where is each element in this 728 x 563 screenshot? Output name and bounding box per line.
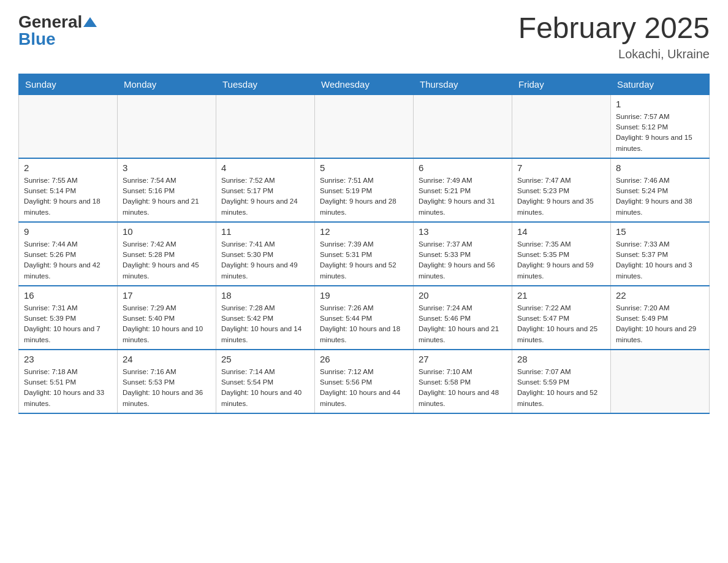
calendar-day-cell <box>19 94 118 158</box>
day-info: Sunrise: 7:24 AMSunset: 5:46 PMDaylight:… <box>419 303 507 345</box>
day-number: 13 <box>419 226 507 237</box>
day-number: 4 <box>221 163 309 173</box>
calendar-week-row: 1Sunrise: 7:57 AMSunset: 5:12 PMDaylight… <box>19 94 710 158</box>
calendar-day-header: Saturday <box>611 74 710 94</box>
calendar-day-cell: 24Sunrise: 7:16 AMSunset: 5:53 PMDayligh… <box>118 350 216 413</box>
day-number: 15 <box>616 226 704 237</box>
calendar-day-cell <box>315 94 414 158</box>
calendar-week-row: 23Sunrise: 7:18 AMSunset: 5:51 PMDayligh… <box>19 350 710 413</box>
calendar-day-cell: 7Sunrise: 7:47 AMSunset: 5:23 PMDaylight… <box>512 158 611 222</box>
calendar-day-cell: 13Sunrise: 7:37 AMSunset: 5:33 PMDayligh… <box>414 222 512 286</box>
calendar-day-cell: 8Sunrise: 7:46 AMSunset: 5:24 PMDaylight… <box>611 158 710 222</box>
calendar-day-cell <box>216 94 315 158</box>
calendar-day-cell: 15Sunrise: 7:33 AMSunset: 5:37 PMDayligh… <box>611 222 710 286</box>
day-info: Sunrise: 7:26 AMSunset: 5:44 PMDaylight:… <box>320 303 408 345</box>
day-info: Sunrise: 7:35 AMSunset: 5:35 PMDaylight:… <box>517 239 605 282</box>
calendar-day-cell: 20Sunrise: 7:24 AMSunset: 5:46 PMDayligh… <box>414 286 512 350</box>
day-info: Sunrise: 7:20 AMSunset: 5:49 PMDaylight:… <box>616 303 704 345</box>
day-info: Sunrise: 7:42 AMSunset: 5:28 PMDaylight:… <box>123 239 211 282</box>
calendar-day-cell: 6Sunrise: 7:49 AMSunset: 5:21 PMDaylight… <box>414 158 512 222</box>
title-section: February 2025 Lokachi, Ukraine <box>518 12 710 61</box>
day-number: 7 <box>517 163 605 173</box>
calendar-day-cell: 12Sunrise: 7:39 AMSunset: 5:31 PMDayligh… <box>315 222 414 286</box>
calendar-day-cell <box>118 94 216 158</box>
calendar-week-row: 2Sunrise: 7:55 AMSunset: 5:14 PMDaylight… <box>19 158 710 222</box>
day-info: Sunrise: 7:39 AMSunset: 5:31 PMDaylight:… <box>320 239 408 282</box>
logo-blue-text: Blue <box>18 29 56 49</box>
day-number: 28 <box>517 354 605 364</box>
page-header: General Blue February 2025 Lokachi, Ukra… <box>18 12 710 61</box>
day-info: Sunrise: 7:51 AMSunset: 5:19 PMDaylight:… <box>320 175 408 218</box>
day-info: Sunrise: 7:18 AMSunset: 5:51 PMDaylight:… <box>24 367 112 409</box>
calendar-day-cell: 16Sunrise: 7:31 AMSunset: 5:39 PMDayligh… <box>19 286 118 350</box>
day-number: 27 <box>419 354 507 364</box>
day-info: Sunrise: 7:28 AMSunset: 5:42 PMDaylight:… <box>221 303 309 345</box>
calendar-day-header: Monday <box>118 74 216 94</box>
day-number: 23 <box>24 354 112 364</box>
calendar-day-header: Wednesday <box>315 74 414 94</box>
day-number: 24 <box>123 354 211 364</box>
day-info: Sunrise: 7:22 AMSunset: 5:47 PMDaylight:… <box>517 303 605 345</box>
month-title: February 2025 <box>518 12 710 45</box>
day-number: 14 <box>517 226 605 237</box>
calendar-day-cell: 14Sunrise: 7:35 AMSunset: 5:35 PMDayligh… <box>512 222 611 286</box>
calendar-day-cell: 27Sunrise: 7:10 AMSunset: 5:58 PMDayligh… <box>414 350 512 413</box>
calendar-day-cell: 17Sunrise: 7:29 AMSunset: 5:40 PMDayligh… <box>118 286 216 350</box>
day-info: Sunrise: 7:57 AMSunset: 5:12 PMDaylight:… <box>616 112 704 154</box>
day-info: Sunrise: 7:54 AMSunset: 5:16 PMDaylight:… <box>123 175 211 218</box>
day-number: 22 <box>616 290 704 301</box>
calendar-day-cell: 26Sunrise: 7:12 AMSunset: 5:56 PMDayligh… <box>315 350 414 413</box>
day-number: 1 <box>616 99 704 109</box>
day-number: 8 <box>616 163 704 173</box>
day-number: 25 <box>221 354 309 364</box>
day-number: 19 <box>320 290 408 301</box>
day-number: 3 <box>123 163 211 173</box>
calendar-day-cell: 19Sunrise: 7:26 AMSunset: 5:44 PMDayligh… <box>315 286 414 350</box>
calendar-day-cell: 1Sunrise: 7:57 AMSunset: 5:12 PMDaylight… <box>611 94 710 158</box>
day-info: Sunrise: 7:55 AMSunset: 5:14 PMDaylight:… <box>24 175 112 218</box>
day-number: 9 <box>24 226 112 237</box>
calendar-day-cell: 11Sunrise: 7:41 AMSunset: 5:30 PMDayligh… <box>216 222 315 286</box>
day-info: Sunrise: 7:12 AMSunset: 5:56 PMDaylight:… <box>320 367 408 409</box>
calendar-day-cell: 22Sunrise: 7:20 AMSunset: 5:49 PMDayligh… <box>611 286 710 350</box>
calendar-day-cell <box>512 94 611 158</box>
logo-triangle-icon <box>83 17 97 27</box>
day-info: Sunrise: 7:37 AMSunset: 5:33 PMDaylight:… <box>419 239 507 282</box>
day-info: Sunrise: 7:29 AMSunset: 5:40 PMDaylight:… <box>123 303 211 345</box>
day-info: Sunrise: 7:16 AMSunset: 5:53 PMDaylight:… <box>123 367 211 409</box>
day-info: Sunrise: 7:52 AMSunset: 5:17 PMDaylight:… <box>221 175 309 218</box>
day-number: 2 <box>24 163 112 173</box>
day-info: Sunrise: 7:31 AMSunset: 5:39 PMDaylight:… <box>24 303 112 345</box>
calendar-day-cell: 23Sunrise: 7:18 AMSunset: 5:51 PMDayligh… <box>19 350 118 413</box>
calendar-day-cell: 28Sunrise: 7:07 AMSunset: 5:59 PMDayligh… <box>512 350 611 413</box>
calendar-day-cell: 5Sunrise: 7:51 AMSunset: 5:19 PMDaylight… <box>315 158 414 222</box>
svg-marker-0 <box>83 17 97 27</box>
day-info: Sunrise: 7:10 AMSunset: 5:58 PMDaylight:… <box>419 367 507 409</box>
day-info: Sunrise: 7:07 AMSunset: 5:59 PMDaylight:… <box>517 367 605 409</box>
day-info: Sunrise: 7:44 AMSunset: 5:26 PMDaylight:… <box>24 239 112 282</box>
calendar-day-cell <box>611 350 710 413</box>
day-info: Sunrise: 7:46 AMSunset: 5:24 PMDaylight:… <box>616 175 704 218</box>
day-info: Sunrise: 7:47 AMSunset: 5:23 PMDaylight:… <box>517 175 605 218</box>
calendar-day-header: Thursday <box>414 74 512 94</box>
location-label: Lokachi, Ukraine <box>518 47 710 61</box>
day-number: 21 <box>517 290 605 301</box>
day-number: 6 <box>419 163 507 173</box>
calendar-day-cell: 18Sunrise: 7:28 AMSunset: 5:42 PMDayligh… <box>216 286 315 350</box>
day-number: 17 <box>123 290 211 301</box>
calendar-table: SundayMondayTuesdayWednesdayThursdayFrid… <box>18 74 710 414</box>
calendar-day-cell: 9Sunrise: 7:44 AMSunset: 5:26 PMDaylight… <box>19 222 118 286</box>
calendar-day-cell: 3Sunrise: 7:54 AMSunset: 5:16 PMDaylight… <box>118 158 216 222</box>
calendar-header-row: SundayMondayTuesdayWednesdayThursdayFrid… <box>19 74 710 94</box>
calendar-day-header: Tuesday <box>216 74 315 94</box>
day-number: 20 <box>419 290 507 301</box>
day-number: 18 <box>221 290 309 301</box>
calendar-day-header: Friday <box>512 74 611 94</box>
day-number: 10 <box>123 226 211 237</box>
calendar-week-row: 9Sunrise: 7:44 AMSunset: 5:26 PMDaylight… <box>19 222 710 286</box>
logo: General Blue <box>18 12 97 49</box>
calendar-week-row: 16Sunrise: 7:31 AMSunset: 5:39 PMDayligh… <box>19 286 710 350</box>
calendar-day-cell <box>414 94 512 158</box>
day-number: 16 <box>24 290 112 301</box>
calendar-day-cell: 21Sunrise: 7:22 AMSunset: 5:47 PMDayligh… <box>512 286 611 350</box>
